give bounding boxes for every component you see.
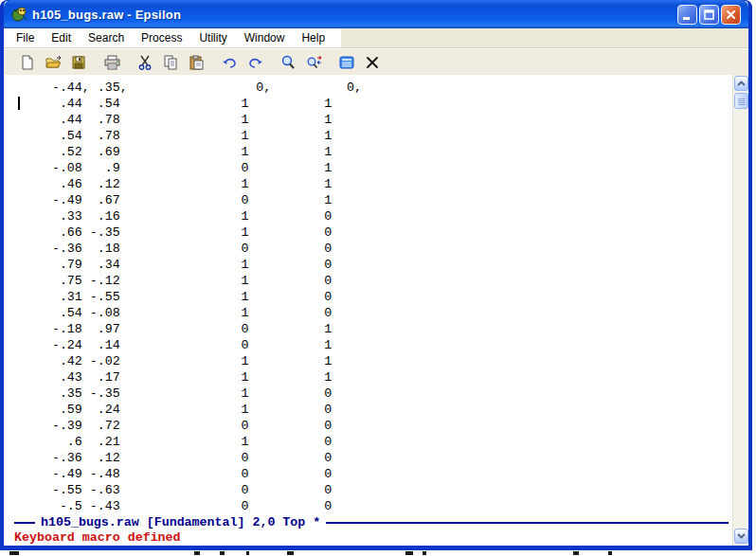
editor-line: .66 -.35 1 0 [14, 224, 732, 241]
editor-line: .33 .16 1 0 [14, 208, 732, 224]
editor-line: -.18 .97 0 1 [14, 321, 732, 337]
buffer-text: -.44, .35, 0, 0, .44 .54 1 1 .44 .78 1 1… [4, 75, 732, 514]
editor-line: -.5 -.43 0 0 [14, 498, 732, 514]
modeline-dash-right [326, 522, 729, 524]
editor-line: .75 -.12 1 0 [14, 273, 732, 289]
menu-window[interactable]: Window [236, 31, 294, 45]
query-replace-icon [306, 55, 322, 70]
editor-line: .79 .34 1 0 [14, 257, 732, 273]
paste-icon [189, 55, 204, 70]
search-button[interactable] [278, 52, 298, 73]
window-body: h105_bugs.raw - Epsilon [0, 0, 752, 550]
editor-line: .54 .78 1 1 [14, 128, 732, 144]
scroll-down-button[interactable] [734, 529, 748, 544]
editor-line: -.39 .72 0 0 [14, 418, 732, 434]
toolbar [4, 48, 748, 77]
dialog-grid-icon [339, 56, 354, 69]
editor-line: .44 .54 1 1 [14, 96, 732, 112]
editor-line: .46 .12 1 1 [14, 176, 732, 192]
modeline-dash-left [14, 522, 35, 524]
editor-line: .52 .69 1 1 [14, 144, 732, 160]
menu-process[interactable]: Process [133, 31, 190, 45]
print-button[interactable] [101, 52, 122, 73]
query-replace-button[interactable] [303, 52, 324, 73]
menubar: FileEditSearchProcessUtilityWindowHelp [4, 28, 748, 48]
mode-line: h105_bugs.raw [Fundamental] 2,0 Top * [14, 514, 729, 530]
editor-line: -.44, .35, 0, 0, [14, 80, 732, 96]
editor-line: .35 -.35 1 0 [14, 386, 732, 402]
maximize-icon [703, 9, 715, 21]
editor-line: .31 -.55 1 0 [14, 289, 732, 305]
redo-icon [247, 56, 263, 69]
new-file-button[interactable] [17, 52, 38, 73]
editor-line: -.24 .14 0 1 [14, 337, 732, 353]
chevron-down-icon [737, 533, 746, 539]
open-file-icon [45, 55, 62, 70]
menu-edit[interactable]: Edit [43, 31, 80, 45]
cut-icon [138, 55, 152, 70]
epsilon-window: h105_bugs.raw - Epsilon [0, 0, 752, 550]
menu-search[interactable]: Search [80, 31, 133, 45]
desktop: h105_bugs.raw - Epsilon [0, 0, 756, 556]
editor-line: -.36 .12 0 0 [14, 450, 732, 466]
editor-line: -.08 .9 0 1 [14, 160, 732, 176]
editor-line: -.36 .18 0 0 [14, 241, 732, 257]
thumb-grip [738, 99, 745, 105]
open-file-button[interactable] [43, 52, 63, 73]
save-icon [71, 55, 86, 70]
scroll-up-button[interactable] [734, 76, 748, 91]
minimize-button[interactable] [677, 5, 697, 25]
editor-line: .43 .17 1 1 [14, 369, 732, 386]
delete-icon [366, 56, 379, 69]
copy-button[interactable] [160, 52, 181, 73]
undo-button[interactable] [219, 52, 240, 73]
copy-icon [163, 55, 178, 70]
editor-line: .44 .78 1 1 [14, 112, 732, 128]
paste-button[interactable] [186, 52, 207, 73]
maximize-button[interactable] [699, 5, 719, 25]
menu-file[interactable]: File [8, 31, 43, 45]
close-icon [725, 9, 737, 21]
editor-line: .6 .21 1 0 [14, 434, 732, 450]
editor-line: .42 -.02 1 1 [14, 353, 732, 369]
background-window-fragment [0, 550, 756, 556]
search-icon [280, 55, 296, 70]
titlebar[interactable]: h105_bugs.raw - Epsilon [4, 0, 748, 28]
minimize-icon [681, 9, 693, 21]
editor-area[interactable]: -.44, .35, 0, 0, .44 .54 1 1 .44 .78 1 1… [4, 75, 748, 546]
print-icon [104, 55, 120, 70]
epsilon-bug-icon [11, 7, 28, 22]
editor-line: -.55 -.63 0 0 [14, 482, 732, 498]
dialog-grid-button[interactable] [336, 52, 357, 73]
editor-line: .54 -.08 1 0 [14, 305, 732, 321]
vertical-scrollbar[interactable] [732, 75, 748, 546]
delete-button[interactable] [362, 52, 383, 73]
chevron-up-icon [737, 81, 746, 86]
menu-help[interactable]: Help [293, 31, 333, 45]
modeline-text: h105_bugs.raw [Fundamental] 2,0 Top * [41, 515, 320, 529]
new-file-icon [20, 55, 35, 70]
editor-line: .59 .24 1 0 [14, 402, 732, 418]
undo-icon [222, 56, 238, 69]
editor-line: -.49 -.48 0 0 [14, 466, 732, 482]
background-gap [752, 0, 756, 556]
editor-line: -.49 .67 0 1 [14, 192, 732, 208]
scrollbar-thumb[interactable] [734, 93, 748, 109]
cut-button[interactable] [135, 52, 155, 73]
save-button[interactable] [68, 52, 89, 73]
window-title: h105_bugs.raw - Epsilon [32, 8, 677, 22]
close-button[interactable] [721, 5, 741, 25]
menu-utility[interactable]: Utility [190, 31, 235, 45]
text-cursor [18, 97, 20, 110]
echo-message: Keyboard macro defined [14, 530, 181, 546]
redo-button[interactable] [244, 52, 265, 73]
